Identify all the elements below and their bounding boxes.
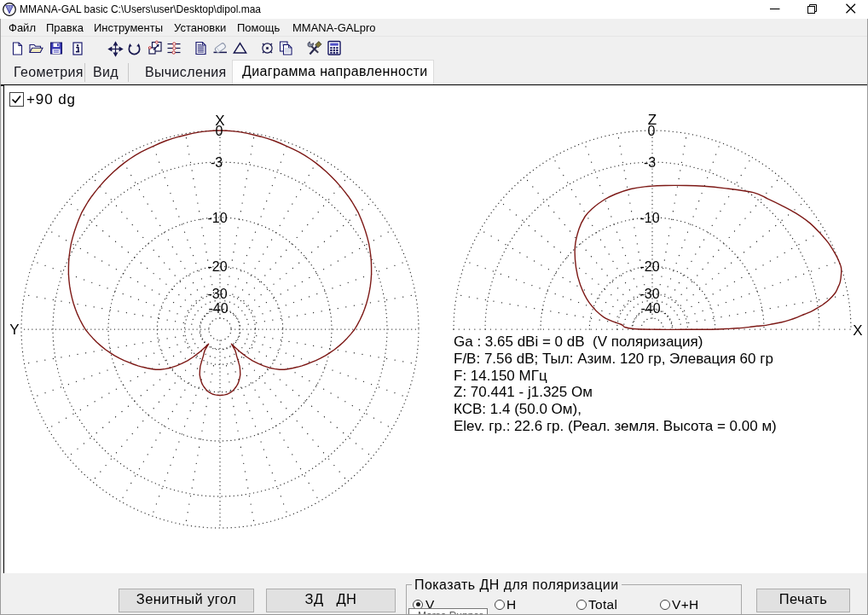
svg-text:-30: -30 [207, 287, 227, 301]
svg-text:-10: -10 [639, 211, 659, 225]
svg-text:Y: Y [9, 322, 19, 338]
svg-text:-20: -20 [639, 259, 659, 274]
svg-text:X: X [853, 322, 862, 339]
svg-text:-10: -10 [207, 211, 227, 225]
svg-text:0: 0 [216, 124, 223, 138]
svg-text:-30: -30 [639, 287, 659, 301]
svg-text:-20: -20 [207, 259, 227, 274]
svg-text:-40: -40 [208, 301, 228, 316]
svg-text:-3: -3 [211, 155, 223, 170]
svg-text:-40: -40 [640, 301, 660, 316]
svg-text:-3: -3 [644, 155, 656, 170]
svg-text:0: 0 [648, 124, 656, 138]
